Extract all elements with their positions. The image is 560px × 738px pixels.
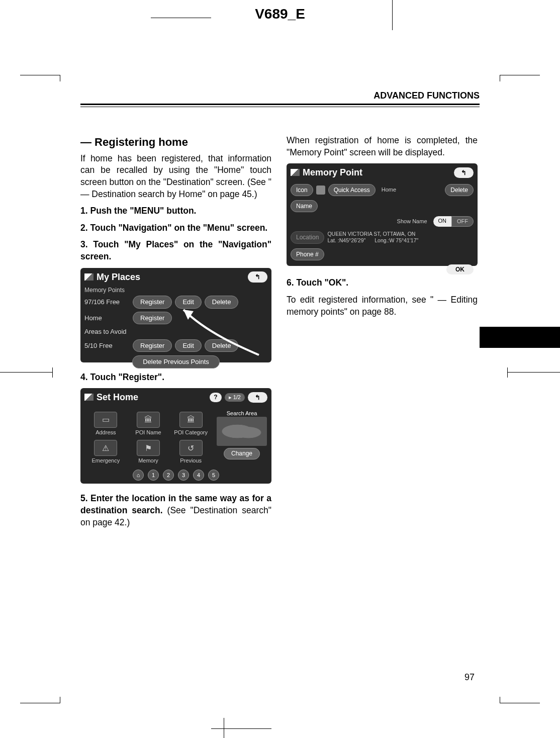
register-area-button[interactable]: Register [133, 339, 172, 352]
item-label: POI Name [135, 429, 161, 435]
flag-icon [84, 394, 94, 401]
right-intro: When registration of home is completed, … [287, 135, 478, 158]
edit-button[interactable]: Edit [175, 296, 201, 309]
quick-access-button[interactable]: Quick Access [328, 184, 376, 196]
location-address: QUEEN VICTORIA ST, OTTAWA, ON [327, 231, 474, 238]
doc-header: V689_E [0, 6, 560, 22]
home-label: Home [84, 314, 130, 323]
location-lat: Lat. :N45°26'29" [327, 237, 365, 244]
crop-mark [0, 372, 53, 373]
change-button[interactable]: Change [224, 448, 260, 459]
edit-area-button[interactable]: Edit [175, 339, 201, 352]
item-label: POI Category [174, 429, 208, 435]
map-thumbnail [217, 417, 267, 446]
screen-title: Memory Point [303, 166, 451, 178]
screen-title: Set Home [97, 391, 207, 403]
crop-mark [20, 60, 60, 75]
preset-1-button[interactable]: 1 [148, 470, 159, 481]
preset-2-button[interactable]: 2 [163, 470, 174, 481]
screenshot-memory-point: Memory Point ↰ Icon Quick Access Home De… [287, 163, 478, 266]
item-label: Address [96, 429, 116, 435]
crop-mark [224, 718, 224, 738]
crop-mark [211, 728, 271, 729]
emergency-button[interactable]: ⚠Emergency [85, 440, 126, 465]
search-area-label: Search Area [214, 410, 269, 417]
screenshot-my-places: My Places ↰ Memory Points 97/106 Free Re… [80, 268, 271, 362]
screenshot-set-home: Set Home ? ▸ 1/2 ↰ ▭Address 🏛POI Name 🏛P… [80, 388, 271, 484]
subtitle: Memory Points [80, 286, 271, 294]
delete-button[interactable]: Delete [205, 296, 239, 309]
step-2: 2. Touch "Navigation" on the "Menu" scre… [80, 222, 271, 234]
poi-name-button[interactable]: 🏛POI Name [128, 412, 169, 436]
name-button[interactable]: Name [291, 200, 318, 212]
back-button[interactable]: ↰ [248, 392, 267, 403]
section-tab [480, 327, 560, 348]
page-indicator[interactable]: ▸ 1/2 [225, 393, 245, 402]
show-name-toggle[interactable]: ON OFF [433, 216, 474, 227]
address-button[interactable]: ▭Address [85, 412, 126, 436]
step-6: 6. Touch "OK". [287, 277, 478, 289]
step-1: 1. Push the "MENU" button. [80, 205, 271, 217]
preset-3-button[interactable]: 3 [178, 470, 189, 481]
location-button: Location [291, 231, 324, 243]
crop-mark [507, 372, 560, 373]
icon-preview [316, 186, 325, 195]
poi-category-button[interactable]: 🏛POI Category [170, 412, 211, 436]
icon-button[interactable]: Icon [291, 184, 313, 196]
step-4: 4. Touch "Register". [80, 372, 271, 384]
delete-button[interactable]: Delete [445, 184, 474, 196]
section-header: ADVANCED FUNCTIONS [374, 90, 480, 101]
show-name-label: Show Name [397, 218, 427, 225]
crop-mark [151, 18, 211, 18]
divider [80, 104, 480, 105]
crop-mark [392, 0, 393, 30]
preset-home-button[interactable]: ⌂ [133, 470, 144, 481]
flag-icon [84, 273, 94, 281]
section-title: — Registering home [80, 135, 271, 150]
delete-area-button[interactable]: Delete [205, 339, 239, 352]
divider [80, 107, 480, 107]
location-lon: Long.:W 75°41'17" [375, 237, 418, 244]
areas-free-label: 5/10 Free [84, 341, 130, 350]
memory-button[interactable]: ⚑Memory [128, 440, 169, 465]
step-5: 5. Enter the location in the same way as… [80, 493, 271, 528]
flag-icon [291, 169, 300, 176]
toggle-off: OFF [451, 216, 474, 227]
preset-5-button[interactable]: 5 [208, 470, 219, 481]
memory-free-label: 97/106 Free [84, 298, 130, 307]
item-label: Previous [180, 457, 202, 464]
item-label: Emergency [92, 457, 120, 464]
step-3: 3. Touch "My Places" on the "Navigation"… [80, 239, 271, 262]
crop-mark [500, 60, 540, 75]
left-column: — Registering home If home has been regi… [80, 135, 271, 533]
phone-button[interactable]: Phone # [291, 248, 324, 260]
quick-value: Home [379, 186, 442, 194]
delete-previous-button[interactable]: Delete Previous Points [132, 355, 220, 368]
previous-button[interactable]: ↺Previous [170, 440, 211, 465]
preset-4-button[interactable]: 4 [193, 470, 204, 481]
toggle-on: ON [433, 216, 452, 227]
areas-avoid-label: Areas to Avoid [84, 327, 267, 336]
item-label: Memory [138, 457, 158, 464]
page-number: 97 [464, 672, 475, 683]
intro-text: If home has been registered, that inform… [80, 153, 271, 201]
right-column: When registration of home is completed, … [287, 135, 478, 533]
ok-button[interactable]: OK [446, 264, 474, 274]
screen-title: My Places [97, 271, 245, 283]
help-button[interactable]: ? [210, 393, 221, 402]
register-button[interactable]: Register [133, 296, 172, 309]
back-button[interactable]: ↰ [454, 167, 474, 178]
register-home-button[interactable]: Register [133, 312, 172, 325]
back-button[interactable]: ↰ [248, 271, 267, 283]
crop-mark [20, 703, 60, 718]
edit-reference: To edit registered information, see " — … [287, 294, 478, 318]
crop-mark [500, 703, 540, 718]
